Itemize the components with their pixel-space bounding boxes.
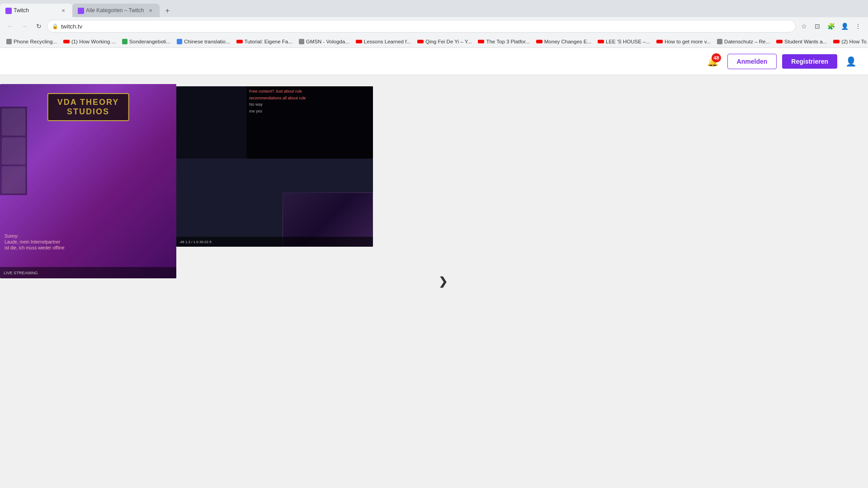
- user-profile-button[interactable]: 👤: [843, 53, 859, 70]
- bookmark-favicon-14: [776, 40, 783, 43]
- page-content: 🔔 48 Anmelden Registrieren 👤 VDA THEORY …: [0, 48, 868, 488]
- bookmark-label-5: Tutorial: Eigene Fa...: [245, 39, 292, 44]
- tab-close-2[interactable]: ✕: [147, 7, 154, 14]
- bookmark-favicon-4: [177, 39, 182, 44]
- bookmark-datenschutz[interactable]: Datenschutz – Re...: [714, 38, 773, 45]
- tab-title-1: Twitch: [14, 7, 57, 14]
- bookmark-label-1: Phone Recycling...: [14, 39, 57, 44]
- navigation-bar: ← → ↻ 🔒 twitch.tv ☆ ⊡ 🧩 👤 ⋮: [0, 17, 868, 35]
- stream-chat-area: Sunny: Laude, mein Internetpartner ist d…: [5, 234, 172, 251]
- sidebar-block-2: [2, 137, 25, 164]
- chat-line-1: Laude, mein Internetpartner: [5, 239, 172, 244]
- extensions-button[interactable]: 🧩: [825, 20, 837, 33]
- address-text: twitch.tv: [61, 23, 791, 30]
- bookmark-favicon-5: [236, 40, 243, 43]
- bookmark-gmsn[interactable]: GMSN - Vologda...: [296, 38, 352, 45]
- menu-button[interactable]: ⋮: [852, 20, 864, 33]
- bookmark-label-15: (2) How To Add A...: [841, 39, 868, 44]
- notification-badge: 48: [712, 53, 721, 62]
- main-area: VDA THEORY STUDIOS Sunny: Laude, mein In…: [0, 75, 868, 488]
- bookmark-how-to-add[interactable]: (2) How To Add A...: [830, 38, 868, 45]
- bookmark-star-button[interactable]: ☆: [797, 20, 810, 33]
- chat-msg-3: No way: [249, 102, 370, 108]
- nav-right-icons: ☆ ⊡ 🧩 👤 ⋮: [797, 20, 864, 33]
- cast-button[interactable]: ⊡: [811, 20, 824, 33]
- bookmark-favicon-6: [299, 39, 304, 44]
- bookmark-label-7: Lessons Learned f...: [364, 39, 411, 44]
- forward-button[interactable]: →: [18, 20, 31, 33]
- back-button[interactable]: ←: [4, 20, 16, 33]
- bookmark-chinese-translatio[interactable]: Chinese translatio...: [174, 38, 233, 45]
- tab-twitch-active[interactable]: Twitch ✕: [0, 4, 72, 17]
- stream-thumbnail-right[interactable]: Free content? Just about rule recommenda…: [176, 86, 373, 247]
- bookmark-favicon-1: [6, 39, 12, 44]
- chat-msg-4: me yes: [249, 109, 370, 114]
- bookmark-tutorial-eigene[interactable]: Tutorial: Eigene Fa...: [234, 38, 295, 45]
- bookmark-favicon-13: [717, 39, 722, 44]
- tab-close-1[interactable]: ✕: [60, 7, 67, 14]
- stream-bottom-text: LIVE STREAMING: [4, 271, 38, 275]
- chat-overlay: Free content? Just about rule recommenda…: [246, 86, 373, 159]
- bookmark-favicon-3: [122, 39, 127, 44]
- bookmark-top3-platfor[interactable]: The Top 3 Platfor...: [475, 38, 532, 45]
- new-tab-button[interactable]: +: [161, 5, 174, 17]
- tab-alle-kategorien[interactable]: Alle Kategorien – Twitch ✕: [72, 4, 160, 17]
- browser-chrome: Twitch ✕ Alle Kategorien – Twitch ✕ + ← …: [0, 0, 868, 48]
- tab-favicon-twitch2: [78, 8, 83, 13]
- bookmark-money-changes[interactable]: Money Changes E...: [533, 38, 594, 45]
- bookmark-label-6: GMSN - Vologda...: [306, 39, 349, 44]
- chat-line-2: ist die, ich muss wieder offline: [5, 245, 172, 250]
- chat-msg-1: Free content? Just about rule: [249, 89, 370, 94]
- bookmarks-bar: Phone Recycling... (1) How Working ... S…: [0, 35, 868, 48]
- bookmark-sonderangeboti[interactable]: Sonderangeboti...: [119, 38, 173, 45]
- bookmark-favicon-8: [417, 40, 424, 43]
- bookmark-favicon-12: [656, 40, 663, 43]
- bookmark-label-4: Chinese translatio...: [184, 39, 230, 44]
- video-controls-text: -49 1.2 / 1.0 20:22.5: [179, 240, 212, 244]
- stream-bottom-area: -49 1.2 / 1.0 20:22.5: [176, 159, 373, 247]
- reload-button[interactable]: ↻: [33, 20, 45, 33]
- bookmark-favicon-10: [536, 40, 542, 43]
- bookmark-label-10: Money Changes E...: [544, 39, 591, 44]
- user-icon: 👤: [845, 56, 857, 67]
- chevron-right-icon: ❯: [439, 275, 448, 288]
- sidebar-block-1: [2, 108, 25, 136]
- stream-logo: VDA THEORY STUDIOS: [47, 93, 129, 121]
- bookmark-how-to-get-more[interactable]: How to get more v...: [654, 38, 713, 45]
- register-button[interactable]: Registrieren: [782, 54, 837, 69]
- bookmark-label-3: Sonderangeboti...: [129, 39, 170, 44]
- next-arrow-button[interactable]: ❯: [434, 272, 452, 291]
- twitch-header: 🔔 48 Anmelden Registrieren 👤: [0, 48, 868, 75]
- bookmark-lessons-learned[interactable]: Lessons Learned f...: [353, 38, 414, 45]
- bookmark-lee-house[interactable]: LEE 'S HOUSE –...: [595, 38, 653, 45]
- bookmark-phone-recycling[interactable]: Phone Recycling...: [4, 38, 60, 45]
- bookmark-student-wants[interactable]: Student Wants a...: [774, 38, 830, 45]
- profile-button[interactable]: 👤: [838, 20, 851, 33]
- stream-logo-line2: STUDIOS: [57, 107, 119, 117]
- tab-bar: Twitch ✕ Alle Kategorien – Twitch ✕ +: [0, 0, 868, 17]
- login-button[interactable]: Anmelden: [727, 54, 777, 69]
- stream-thumbnail-left[interactable]: VDA THEORY STUDIOS Sunny: Laude, mein In…: [0, 84, 176, 278]
- stream-logo-line1: VDA THEORY: [57, 98, 119, 107]
- bookmark-favicon-11: [598, 40, 604, 43]
- bookmark-label-11: LEE 'S HOUSE –...: [606, 39, 650, 44]
- chat-line-name: Sunny:: [5, 234, 172, 239]
- bookmark-favicon-9: [478, 40, 484, 43]
- address-bar[interactable]: 🔒 twitch.tv: [47, 20, 796, 33]
- bookmark-label-12: How to get more v...: [665, 39, 711, 44]
- stream-bottom-bar: LIVE STREAMING: [0, 267, 176, 278]
- stream-sidebar: [0, 107, 27, 195]
- bookmark-favicon-15: [833, 40, 840, 43]
- thumbnails-area: VDA THEORY STUDIOS Sunny: Laude, mein In…: [0, 84, 373, 278]
- bookmark-how-working[interactable]: (1) How Working ...: [61, 38, 118, 45]
- bookmark-label-9: The Top 3 Platfor...: [486, 39, 529, 44]
- notification-bell-button[interactable]: 🔔 48: [704, 52, 722, 70]
- sidebar-block-3: [2, 166, 25, 193]
- bookmark-label-2: (1) How Working ...: [71, 39, 116, 44]
- bookmark-qing-fei[interactable]: Qing Fei De Yi – Y...: [415, 38, 475, 45]
- bookmark-label-14: Student Wants a...: [784, 39, 827, 44]
- video-controls-bar: -49 1.2 / 1.0 20:22.5: [176, 237, 373, 247]
- bookmark-favicon-2: [63, 40, 70, 43]
- stream-top-area: Free content? Just about rule recommenda…: [176, 86, 373, 159]
- bookmark-favicon-7: [356, 40, 362, 43]
